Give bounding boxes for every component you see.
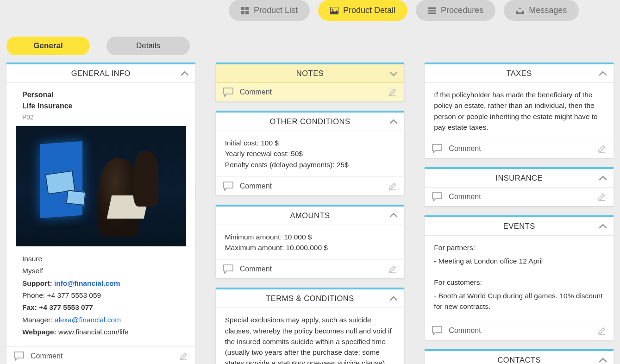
chevron-up-icon[interactable] (389, 213, 398, 218)
nav-product-detail[interactable]: Product Detail (318, 0, 407, 21)
comment-icon (432, 326, 442, 335)
webpage-value: www.financial.com/life (58, 328, 129, 336)
chevron-up-icon[interactable] (599, 224, 607, 229)
nav-messages[interactable]: Messages (504, 0, 579, 21)
edit-icon[interactable] (388, 265, 397, 273)
events-partners-heading: For partners: (434, 242, 604, 253)
chevron-up-icon[interactable] (599, 358, 607, 363)
comment-icon (432, 144, 442, 153)
product-code: P02 (22, 113, 180, 122)
nav-label: Product Detail (343, 6, 395, 15)
card-body: Initial cost: 100 $ Yearly renewal cost:… (216, 131, 405, 176)
nav-product-list[interactable]: Product List (229, 0, 310, 21)
edit-icon[interactable] (598, 326, 606, 335)
general-info-body: Personal Life Insurance P02 Insure Mysel… (6, 83, 195, 346)
webpage-label: Webpage: (22, 328, 56, 336)
comment-label: Comment (240, 182, 272, 190)
comment-label: Comment (449, 193, 481, 201)
nav-label: Messages (529, 6, 567, 15)
comment-row[interactable]: Comment (216, 259, 405, 278)
card-taxes: TAXES If the policyholder has made the b… (425, 63, 614, 158)
card-title: OTHER CONDITIONS (270, 117, 351, 126)
amount-line: Maximum amount: 10.000.000 $ (225, 242, 395, 253)
card-header: INSURANCE (425, 169, 614, 188)
tab-label: General (33, 41, 63, 50)
comment-icon (223, 88, 233, 97)
card-title: CONTACTS (497, 356, 541, 364)
nav-label: Product List (254, 6, 298, 15)
edit-icon[interactable] (388, 88, 397, 96)
comment-row[interactable]: Comment (216, 176, 405, 195)
card-body: Special exclusions may apply, such as su… (216, 308, 405, 364)
tab-details[interactable]: Details (106, 37, 190, 55)
svg-point-5 (332, 8, 333, 10)
grid-icon (241, 6, 249, 15)
comment-label: Comment (449, 326, 481, 335)
condition-line: Yearly renewal cost: 50$ (225, 148, 395, 159)
phone-label: Phone: (22, 291, 47, 299)
comment-icon (223, 182, 233, 191)
card-header: AMOUNTS (216, 207, 405, 225)
card-events: EVENTS For partners: - Meeting at London… (425, 215, 614, 340)
comment-row[interactable]: Comment (425, 188, 614, 206)
chevron-up-icon[interactable] (599, 71, 607, 76)
card-contacts: CONTACTS (425, 349, 614, 364)
comment-row[interactable]: Comment (425, 139, 614, 158)
chevron-up-icon[interactable] (599, 176, 607, 181)
amount-line: Minimum amount: 10.000 $ (225, 232, 395, 242)
manager-email-link[interactable]: alexa@financial.com (55, 316, 121, 324)
sub-tabs: General Details (6, 37, 614, 55)
comment-label: Comment (240, 88, 272, 96)
card-insurance: INSURANCE Comment (425, 167, 614, 206)
card-title: NOTES (296, 69, 324, 78)
card-title: TERMS & CONDITIONS (266, 294, 354, 303)
comment-label: Comment (449, 144, 481, 153)
comment-row[interactable]: Comment (216, 83, 405, 101)
edit-icon[interactable] (598, 193, 606, 201)
taxes-text: If the policyholder has made the benefic… (434, 89, 604, 132)
chevron-up-icon[interactable] (389, 296, 398, 301)
product-line1: Personal (22, 89, 180, 100)
card-body: If the policyholder has made the benefic… (425, 83, 614, 139)
edit-icon[interactable] (598, 144, 606, 153)
card-title: EVENTS (503, 222, 535, 231)
events-customers-line: - Booth at World Cup during all games. 1… (434, 290, 604, 312)
card-general-info: GENERAL INFO Personal Life Insurance P02 (6, 63, 195, 364)
card-title: INSURANCE (495, 174, 543, 182)
edit-icon[interactable] (388, 182, 397, 190)
support-email-link[interactable]: info@financial.com (54, 279, 120, 287)
phone-value: +4 377 5553 059 (47, 291, 101, 299)
column-3: TAXES If the policyholder has made the b… (425, 63, 614, 364)
comment-row[interactable]: Comment (425, 321, 614, 340)
tab-general[interactable]: General (6, 37, 90, 55)
support-label: Support: (22, 279, 52, 287)
chevron-up-icon[interactable] (181, 71, 189, 76)
nav-label: Procedures (441, 6, 483, 15)
chevron-down-icon[interactable] (389, 71, 398, 76)
svg-rect-2 (241, 11, 244, 14)
fax-label: Fax: (22, 303, 39, 311)
edit-icon[interactable] (180, 352, 188, 360)
fax-value: +4 377 5553 077 (39, 303, 93, 311)
svg-rect-3 (245, 11, 249, 14)
comment-icon (432, 192, 442, 201)
contact-block: Insure Myself Support: info@financial.co… (22, 253, 180, 338)
card-header: GENERAL INFO (6, 64, 195, 83)
svg-rect-8 (428, 13, 436, 14)
condition-line: Penalty costs (delayed payments): 25$ (225, 159, 395, 170)
comment-row[interactable]: Comment (6, 346, 195, 364)
nav-procedures[interactable]: Procedures (416, 0, 495, 21)
svg-rect-0 (241, 7, 244, 10)
card-title: GENERAL INFO (71, 69, 131, 78)
card-notes: NOTES Comment (216, 63, 405, 101)
comment-icon (223, 264, 233, 274)
card-body: Minimum amount: 10.000 $ Maximum amount:… (216, 225, 405, 260)
company-line2: Myself (22, 265, 180, 277)
condition-line: Initial cost: 100 $ (225, 138, 395, 148)
company-line1: Insure (22, 253, 180, 265)
chevron-up-icon[interactable] (389, 119, 398, 125)
manager-label: Manager: (22, 316, 55, 324)
image-icon (330, 6, 338, 15)
comment-icon (14, 351, 24, 361)
events-customers-heading: For customers: (434, 277, 604, 288)
